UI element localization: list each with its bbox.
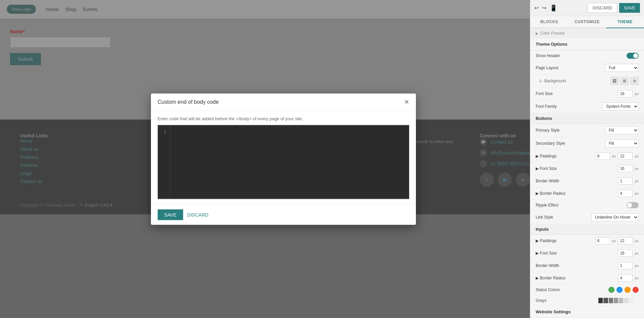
inputs-border-width-input[interactable] [618, 262, 633, 269]
color-green[interactable] [608, 287, 614, 293]
secondary-style-label: Secondary Style [536, 141, 565, 146]
tab-theme[interactable]: THEME [606, 16, 644, 28]
primary-style-label: Primary Style [536, 128, 559, 133]
border-width-label: Border Width [536, 179, 559, 183]
border-width-input[interactable] [618, 177, 633, 185]
bg-photo-btn[interactable]: 🖼 [610, 77, 619, 85]
font-family-label: Font Family [536, 104, 557, 109]
paddings-label: ▶ Paddings [536, 154, 556, 158]
paddings-row: ▶ Paddings px px [530, 150, 644, 163]
inputs-font-size-label: ▶ Font Size [536, 251, 557, 256]
ripple-effect-toggle[interactable] [627, 202, 639, 208]
undo-button[interactable]: ↩ [534, 5, 539, 11]
modal-discard-button[interactable]: DISCARD [187, 212, 208, 217]
color-orange[interactable] [625, 287, 631, 293]
inputs-font-size-input[interactable] [618, 249, 633, 257]
page-layout-select[interactable]: Full [605, 64, 639, 72]
inputs-border-radius-label: ▶ Border Radius [536, 276, 566, 280]
panel-top-bar: ↩ ↪ 📱 DISCARD SAVE [530, 0, 644, 16]
mobile-view-button[interactable]: 📱 [550, 4, 557, 12]
link-style-select[interactable]: Underline On Hover [591, 213, 639, 221]
show-header-label: Show Header [536, 53, 560, 58]
tab-customize[interactable]: CUSTOMIZE [568, 16, 606, 28]
modal-body: Enter code that will be added before the… [151, 110, 416, 204]
paddings-h-input[interactable] [618, 152, 633, 160]
color-presets-section[interactable]: ▶ Color Presets [530, 28, 644, 38]
font-family-row: Font Family System Fonts [530, 100, 644, 113]
border-radius-input[interactable] [618, 190, 633, 197]
panel-tabs: BLOCKS CUSTOMIZE THEME [530, 16, 644, 28]
bg-clear-btn[interactable]: ⊘ [631, 77, 639, 85]
link-style-label: Link Style [536, 215, 553, 220]
border-width-row: Border Width px [530, 175, 644, 187]
redo-button[interactable]: ↪ [542, 5, 546, 11]
modal-header: Custom end of body code ✕ [151, 93, 416, 110]
modal-close-button[interactable]: ✕ [404, 99, 409, 105]
line-numbers: 1 [158, 125, 170, 198]
background-row: L- Background 🖼 ⊞ ⊘ [530, 75, 644, 88]
bg-grid-btn[interactable]: ⊞ [621, 77, 629, 85]
ripple-effect-label: Ripple Effect [536, 203, 558, 208]
primary-style-select[interactable]: Fill [605, 126, 639, 134]
font-size-unit: px [635, 92, 639, 96]
show-header-row: Show Header [530, 50, 644, 61]
page-layout-row: Page Layout Full [530, 61, 644, 75]
modal-footer: SAVE DISCARD [151, 204, 416, 225]
font-size-row: Font Size px [530, 88, 644, 100]
discard-button[interactable]: DISCARD [588, 3, 618, 13]
background-label: L- Background [536, 79, 566, 83]
inputs-paddings-label: ▶ Paddings [536, 238, 556, 243]
link-style-row: Link Style Underline On Hover [530, 211, 644, 224]
color-blue[interactable] [616, 287, 623, 293]
paddings-v-input[interactable] [595, 152, 610, 160]
inputs-paddings-v[interactable] [595, 237, 610, 244]
color-presets-label: Color Presets [540, 31, 565, 36]
border-radius-row: ▶ Border Radius px [530, 187, 644, 200]
secondary-style-select[interactable]: Fill [605, 139, 639, 147]
font-family-select[interactable]: System Fonts [602, 102, 639, 110]
inputs-border-width-row: Border Width px [530, 260, 644, 272]
inputs-header: Inputs [530, 224, 644, 235]
status-colors-label: Status Colors [536, 287, 560, 292]
right-panel: ↩ ↪ 📱 DISCARD SAVE BLOCKS CUSTOMIZE THEM… [530, 0, 644, 318]
grays-row: Grays [530, 296, 644, 306]
grays-label: Grays [536, 298, 546, 303]
save-button[interactable]: SAVE [619, 3, 640, 13]
inputs-border-width-label: Border Width [536, 263, 559, 268]
font-size-label: Font Size [536, 91, 553, 96]
website-settings-header: Website Settings [530, 306, 644, 318]
status-colors-row: Status Colors [530, 284, 644, 296]
modal-hint: Enter code that will be added before the… [158, 116, 409, 121]
modal: Custom end of body code ✕ Enter code tha… [151, 93, 416, 225]
primary-style-row: Primary Style Fill [530, 124, 644, 137]
inputs-font-size-row: ▶ Font Size px [530, 247, 644, 260]
color-red[interactable] [633, 287, 639, 293]
panel-scroll: ▶ Color Presets Theme Options Show Heade… [530, 28, 644, 318]
code-editor[interactable]: 1 [158, 125, 409, 199]
page-background: Your Logo Home Shop Events Name* Submit … [0, 0, 644, 318]
inputs-border-radius-input[interactable] [618, 274, 633, 282]
modal-save-button[interactable]: SAVE [158, 209, 183, 220]
grays-bar[interactable] [598, 298, 639, 303]
border-radius-label: ▶ Border Radius [536, 191, 566, 196]
inputs-paddings-row: ▶ Paddings px px [530, 235, 644, 247]
tab-blocks[interactable]: BLOCKS [530, 16, 568, 28]
btn-font-size-row: ▶ Font Size px [530, 163, 644, 175]
inputs-border-radius-row: ▶ Border Radius px [530, 272, 644, 284]
show-header-toggle[interactable] [627, 53, 639, 59]
secondary-style-row: Secondary Style Fill [530, 137, 644, 150]
font-size-input[interactable] [618, 90, 633, 97]
page-layout-label: Page Layout [536, 65, 558, 70]
modal-title: Custom end of body code [158, 99, 219, 105]
ripple-effect-row: Ripple Effect [530, 200, 644, 211]
inputs-paddings-h[interactable] [618, 237, 633, 244]
buttons-header: Buttons [530, 113, 644, 124]
btn-font-size-input[interactable] [618, 165, 633, 172]
btn-font-size-label: ▶ Font Size [536, 166, 557, 171]
theme-options-header: Theme Options [530, 38, 644, 50]
code-textarea[interactable] [170, 125, 409, 198]
